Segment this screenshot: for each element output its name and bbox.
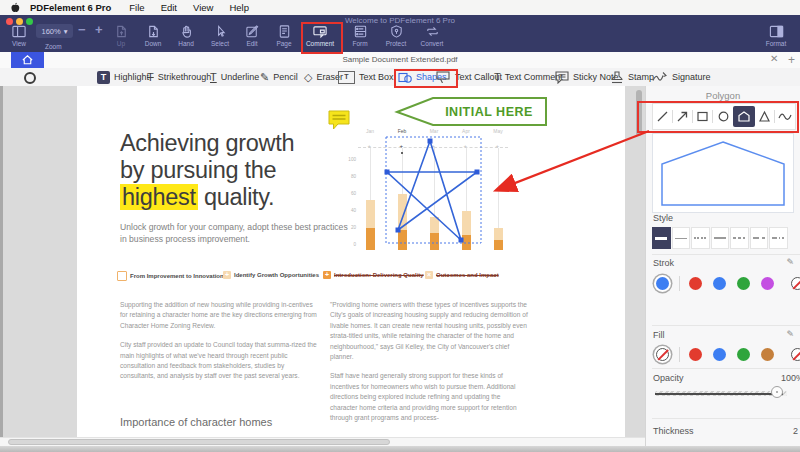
bar-segment-lower	[366, 228, 375, 250]
apple-icon[interactable]	[10, 2, 20, 14]
bar-segment-upper	[366, 200, 375, 228]
line-style-dash-dot[interactable]	[769, 227, 788, 249]
opacity-slider-handle[interactable]	[771, 386, 783, 398]
y-axis-tick: 20	[340, 225, 356, 230]
line-style-long-dash[interactable]	[750, 227, 769, 249]
hand-icon	[179, 24, 194, 39]
pencil-icon: ✎	[260, 71, 269, 83]
shapes-icon	[398, 71, 412, 84]
pdf-page: Achieving growth by pursuing the highest…	[77, 86, 625, 437]
chart-plus-marker: +	[432, 143, 436, 149]
text-comment-tool[interactable]: T Text Comment	[494, 70, 563, 84]
line-style-solid-thick[interactable]	[652, 227, 671, 249]
document-tab-title[interactable]: Sample Document Extended.pdf	[0, 55, 800, 64]
comment-button[interactable]: Comment	[298, 24, 342, 47]
zoom-out-button[interactable]: −	[78, 22, 86, 37]
pencil-tool[interactable]: ✎ Pencil	[260, 70, 298, 84]
text-comment-icon: T	[494, 71, 501, 83]
fill-color-red[interactable]	[689, 348, 702, 361]
view-button[interactable]: View	[0, 24, 41, 47]
bar-segment-upper	[430, 217, 439, 233]
stroke-color-blue[interactable]	[713, 277, 726, 290]
checkbox-plus-icon: +	[223, 271, 231, 279]
underline-tool[interactable]: T Underline	[210, 70, 259, 84]
highlight-tool[interactable]: T Highlight	[97, 70, 149, 84]
gear-icon[interactable]	[24, 72, 36, 84]
text-box-tool[interactable]: T Text Box	[338, 70, 394, 84]
checklist-item-strikethrough[interactable]: + Introduction: Delivering Quality	[323, 271, 424, 279]
stamp-icon	[610, 71, 624, 84]
line-style-dashed-dense[interactable]	[711, 227, 730, 249]
menu-edit[interactable]: Edit	[161, 2, 177, 13]
triangle-shape-icon[interactable]	[758, 110, 771, 123]
line-style-solid-thin[interactable]	[672, 227, 691, 249]
stroke-color-red[interactable]	[689, 277, 702, 290]
stamp-tool[interactable]: Stamp	[610, 70, 654, 84]
stroke-label: Strok	[653, 258, 674, 268]
menu-view[interactable]: View	[193, 2, 213, 13]
checklist-item: + Identify Growth Opportunities	[223, 271, 319, 279]
body-column-left: Supporting the addition of new housing w…	[120, 300, 318, 391]
format-button[interactable]: Format	[754, 24, 798, 47]
stroke-color-magenta[interactable]	[761, 277, 774, 290]
signature-tool[interactable]: Signature	[652, 70, 711, 84]
chart-plus-marker: +	[368, 143, 372, 149]
ellipse-shape-icon[interactable]	[717, 110, 730, 123]
checklist-item: From Improvement to Innovation	[117, 271, 224, 281]
strikethrough-tool[interactable]: T Strikethrough	[147, 70, 211, 84]
polygon-preview-shape	[653, 134, 793, 212]
vertical-scrollbar[interactable]	[636, 90, 642, 136]
sticky-note-tool[interactable]: Sticky Note	[555, 70, 619, 84]
shield-icon	[389, 24, 404, 39]
opacity-slider[interactable]	[655, 391, 787, 396]
fill-color-brown[interactable]	[761, 348, 774, 361]
line-shape-icon[interactable]	[656, 110, 669, 123]
line-style-dashed[interactable]	[730, 227, 749, 249]
fill-current-color-swatch[interactable]	[656, 348, 669, 361]
thickness-value: 2 pt	[793, 426, 800, 436]
highlight-annotation[interactable]: highest	[120, 184, 198, 210]
convert-button[interactable]: Convert	[410, 24, 454, 47]
stroke-current-color-swatch[interactable]	[656, 277, 669, 290]
menu-help[interactable]: Help	[229, 2, 249, 13]
zoom-dropdown[interactable]: 160%▾	[36, 24, 73, 38]
bar-segment-upper	[494, 228, 503, 240]
fill-color-blue[interactable]	[713, 348, 726, 361]
fill-color-green[interactable]	[737, 348, 750, 361]
properties-panel: Polygon Style Strok ✎	[645, 86, 800, 446]
chart-plus-marker: +	[400, 143, 404, 149]
app-toolbar: Welcome to PDFelement 6 Pro View 160%▾ Z…	[0, 15, 800, 52]
checkbox-x-icon: ×	[425, 271, 433, 279]
highlight-icon: T	[97, 71, 110, 84]
fill-edit-pencil-icon[interactable]: ✎	[786, 329, 794, 339]
polygon-shape-icon-selected[interactable]	[733, 106, 755, 127]
eraser-icon: ◇	[304, 71, 312, 83]
sticky-note-annotation-icon[interactable]	[328, 110, 352, 132]
text-callout-tool[interactable]: Text Callout	[436, 70, 502, 84]
close-tab-button[interactable]: ✕	[770, 53, 778, 64]
bar-segment-lower	[494, 240, 503, 250]
bar-segment-upper	[398, 194, 407, 230]
format-panel-icon	[769, 24, 784, 39]
stroke-color-none[interactable]	[791, 277, 800, 290]
new-tab-button[interactable]: +	[788, 53, 795, 67]
right-gray-margin	[625, 86, 645, 437]
chevron-down-icon: ▾	[64, 27, 68, 36]
stroke-edit-pencil-icon[interactable]: ✎	[786, 257, 794, 267]
curve-shape-icon[interactable]	[778, 110, 792, 123]
thickness-label: Thickness	[653, 426, 694, 436]
rectangle-shape-icon[interactable]	[696, 110, 709, 123]
arrow-shape-icon[interactable]	[676, 110, 689, 123]
chart-plus-marker: +	[496, 143, 500, 149]
horizontal-scrollbar-thumb[interactable]	[8, 439, 390, 445]
line-style-dotted[interactable]	[691, 227, 710, 249]
edit-pencil-icon	[245, 24, 260, 39]
comment-bubble-icon	[312, 24, 328, 39]
cursor-icon	[213, 24, 228, 39]
checklist-item-strikethrough[interactable]: × Outcomes and Impact	[425, 271, 499, 279]
fill-color-none[interactable]	[791, 348, 800, 361]
stroke-color-green[interactable]	[737, 277, 750, 290]
x-axis-label: Feb	[392, 128, 412, 134]
menu-file[interactable]: File	[129, 2, 144, 13]
document-tab-bar: Sample Document Extended.pdf ✕ +	[0, 52, 800, 69]
